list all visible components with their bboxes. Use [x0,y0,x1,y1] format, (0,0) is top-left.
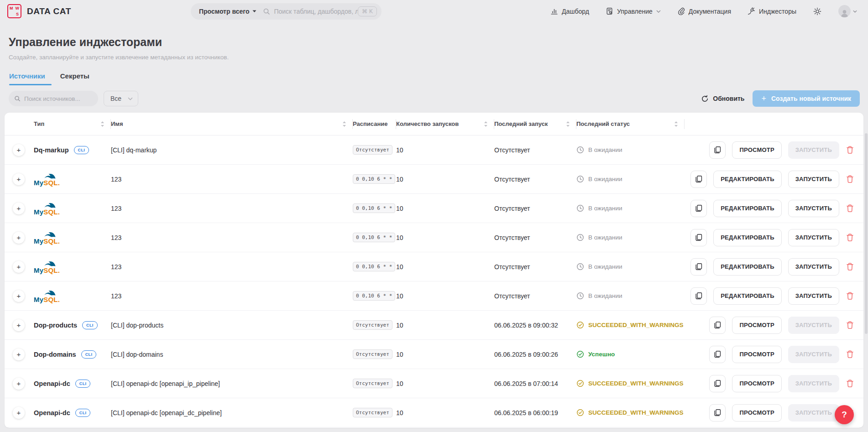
scope-dropdown[interactable]: Просмотр всего [199,8,256,15]
user-menu[interactable] [838,5,857,17]
tab-sources[interactable]: Источники [9,72,54,85]
copy-button[interactable] [690,287,707,305]
edit-button[interactable]: РЕДАКТИРОВАТЬ [713,287,782,305]
logo-letter-m: M [10,6,13,10]
column-label: Последний запуск [494,120,548,127]
nav-label: Документация [689,8,731,15]
sources-search-input[interactable] [24,95,93,102]
sort-icon[interactable] [100,121,105,127]
copy-icon [695,175,703,183]
run-button[interactable]: ЗАПУСТИТЬ [788,171,839,188]
run-button[interactable]: ЗАПУСТИТЬ [788,200,839,217]
copy-button[interactable] [690,258,707,276]
copy-button[interactable] [690,229,707,246]
type-cell: MySQL. [34,230,111,245]
source-type: Dop-domains [34,351,76,358]
delete-button[interactable] [846,146,854,154]
run-button[interactable]: ЗАПУСТИТЬ [788,346,839,363]
expand-row-button[interactable]: + [13,290,25,302]
brand-title: DATA CAT [27,6,71,16]
nav-dashboard[interactable]: Дашборд [550,7,589,15]
delete-button[interactable] [846,204,854,213]
scope-dropdown-label: Просмотр всего [199,8,249,15]
delete-button[interactable] [846,379,854,388]
scrollbar-thumb[interactable] [865,133,868,334]
global-search-input[interactable] [274,8,358,15]
sort-icon[interactable] [342,121,346,127]
nav-documentation[interactable]: Документация [677,7,731,15]
help-button[interactable]: ? [835,405,854,424]
tab-secrets[interactable]: Секреты [60,72,99,85]
expand-row-button[interactable]: + [13,407,25,419]
run-button[interactable]: ЗАПУСТИТЬ [788,229,839,246]
schedule-badge: Отсутствует [353,320,392,330]
delete-button[interactable] [846,175,854,183]
view-button[interactable]: ПРОСМОТР [732,375,781,392]
table-row: + MySQL. 123 0 0,10 6 * * 10 Отсутствует… [5,252,863,281]
sources-table-card: Тип Имя Расписание Количество запусков П… [5,113,863,428]
copy-button[interactable] [709,317,726,334]
column-header-last-status[interactable]: Последний статус [576,113,685,135]
sort-icon[interactable] [674,121,678,127]
column-header-name[interactable]: Имя [111,113,353,135]
mws-logo[interactable]: M W S [7,4,21,18]
tab-bar: Источники Секреты [9,72,868,85]
source-type: Openapi-dc [34,409,70,416]
run-button[interactable]: ЗАПУСТИТЬ [788,258,839,276]
type-cell: MySQL. [34,201,111,215]
type-filter-dropdown[interactable]: Все [104,91,138,106]
view-button[interactable]: ПРОСМОТР [732,141,781,159]
nav-management[interactable]: Управление [606,7,661,15]
view-button[interactable]: ПРОСМОТР [732,404,781,422]
expand-row-button[interactable]: + [13,261,25,273]
view-button[interactable]: ПРОСМОТР [732,346,781,363]
edit-button[interactable]: РЕДАКТИРОВАТЬ [713,258,782,276]
expand-row-button[interactable]: + [13,378,25,390]
type-cell: Openapi-dc CLI [34,409,111,417]
copy-button[interactable] [709,375,726,392]
person-icon [840,9,849,17]
delete-button[interactable] [846,321,854,329]
trash-icon [846,321,854,329]
expand-row-button[interactable]: + [13,232,25,244]
expand-row-button[interactable]: + [13,203,25,214]
delete-button[interactable] [846,233,854,242]
run-button[interactable]: ЗАПУСТИТЬ [788,141,839,159]
copy-button[interactable] [690,171,707,188]
type-cell: MySQL. [34,260,111,274]
sort-icon[interactable] [484,121,488,127]
top-navigation: Дашборд Управление Документация Инджесто… [550,5,857,17]
run-button[interactable]: ЗАПУСТИТЬ [788,375,839,392]
run-button[interactable]: ЗАПУСТИТЬ [788,404,839,422]
edit-button[interactable]: РЕДАКТИРОВАТЬ [713,171,782,188]
expand-row-button[interactable]: + [13,349,25,360]
run-button[interactable]: ЗАПУСТИТЬ [788,287,839,305]
copy-button[interactable] [709,346,726,363]
view-button[interactable]: ПРОСМОТР [732,317,781,334]
column-header-run-count[interactable]: Количество запусков [396,113,494,135]
delete-button[interactable] [846,291,854,300]
settings-gear-icon[interactable] [813,7,822,16]
nav-label: Дашборд [562,8,589,15]
delete-button[interactable] [846,350,854,359]
run-button[interactable]: ЗАПУСТИТЬ [788,317,839,334]
copy-button[interactable] [690,200,707,217]
refresh-button[interactable]: Обновить [701,95,744,103]
trash-icon [846,350,854,359]
schedule-badge: 0 0,10 6 * * [353,174,395,184]
expand-row-button[interactable]: + [13,144,25,156]
create-source-button[interactable]: + Создать новый источник [753,90,860,107]
copy-button[interactable] [709,404,726,422]
edit-button[interactable]: РЕДАКТИРОВАТЬ [713,200,782,217]
delete-button[interactable] [846,262,854,271]
source-type: Dop-products [34,322,77,329]
copy-button[interactable] [709,141,726,159]
mysql-wordmark: MySQL. [34,179,60,186]
sort-icon[interactable] [566,121,570,127]
expand-row-button[interactable]: + [13,173,25,185]
nav-ingestors[interactable]: Инджесторы [748,7,796,15]
column-header-last-run[interactable]: Последний запуск [494,113,576,135]
column-header-type[interactable]: Тип [34,113,111,135]
expand-row-button[interactable]: + [13,319,25,331]
edit-button[interactable]: РЕДАКТИРОВАТЬ [713,229,782,246]
